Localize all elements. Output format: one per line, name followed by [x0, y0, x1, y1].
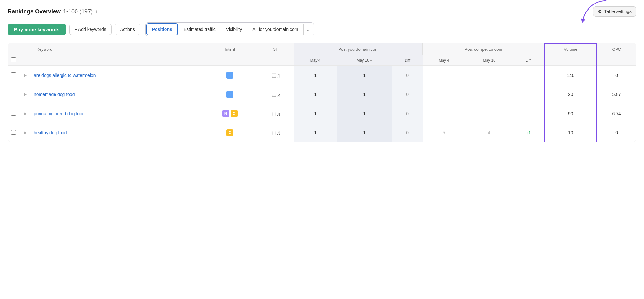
intent-badge: C — [231, 110, 238, 117]
intent-header: Intent — [202, 43, 257, 55]
pos-may10-yourdomain: 1 — [337, 104, 392, 123]
expand-row-button[interactable]: ▶ — [22, 71, 28, 79]
expand-row-button[interactable]: ▶ — [22, 129, 28, 136]
arrow-annotation — [579, 0, 611, 28]
sub-sf — [257, 55, 294, 66]
row-expand-cell[interactable]: ▶ — [19, 85, 31, 104]
pos-yourdomain-header: Pos. yourdomain.com — [294, 43, 423, 55]
sf-number: 5 — [278, 111, 280, 116]
sub-keyword — [31, 55, 202, 66]
tab-all-yourdomain[interactable]: All for yourdomain.com — [247, 24, 304, 35]
pos-may4-yourdomain: 1 — [294, 104, 337, 123]
sub-intent — [202, 55, 257, 66]
expand-row-button[interactable]: ▶ — [22, 91, 28, 98]
pos-may4-yourdomain: 1 — [294, 85, 337, 104]
intent-badge: N — [222, 110, 229, 117]
sub-volume — [544, 55, 597, 66]
keyword-cell: homemade dog food — [31, 85, 202, 104]
cpc-header: CPC — [597, 43, 636, 55]
pos-diff-yourdomain: 0 — [392, 123, 423, 142]
keyword-header: Keyword — [31, 43, 202, 55]
sf-image-icon: ⬚ — [272, 110, 276, 116]
sf-cell: ⬚ 4 — [257, 123, 294, 142]
sf-image-icon: ⬚ — [272, 130, 276, 136]
row-checkbox[interactable] — [11, 111, 16, 116]
row-checkbox-cell[interactable] — [8, 123, 19, 142]
sub-may4-comp: May 4 — [423, 55, 465, 66]
pos-may10-yourdomain: 1 — [337, 123, 392, 142]
table-row: ▶ are dogs allergic to watermelon I ⬚ 4 … — [8, 66, 636, 85]
filter-icon[interactable]: ≡ — [370, 58, 372, 62]
row-expand-cell[interactable]: ▶ — [19, 66, 31, 85]
keyword-link[interactable]: homemade dog food — [34, 92, 75, 97]
select-all-header — [8, 43, 19, 55]
row-checkbox-cell[interactable] — [8, 104, 19, 123]
row-checkbox[interactable] — [11, 92, 16, 96]
row-checkbox-cell[interactable] — [8, 85, 19, 104]
intent-cell: C — [202, 123, 257, 142]
pos-may10-yourdomain: 1 — [337, 85, 392, 104]
keyword-link[interactable]: healthy dog food — [34, 130, 67, 135]
sub-diff-comp: Diff — [513, 55, 544, 66]
comp-diff: — — [513, 104, 544, 123]
sub-may10-yours[interactable]: May 10 ≡ — [337, 55, 392, 66]
comp-diff: — — [513, 66, 544, 85]
sub-select[interactable] — [8, 55, 19, 66]
pos-may10-yourdomain: 1 — [337, 66, 392, 85]
sf-cell: ⬚ 4 — [257, 66, 294, 85]
sub-may4-yours[interactable]: May 4 — [294, 55, 337, 66]
intent-cell: NC — [202, 104, 257, 123]
intent-cell: I — [202, 66, 257, 85]
row-checkbox-cell[interactable] — [8, 66, 19, 85]
comp-may4: — — [423, 66, 465, 85]
sf-header: SF — [257, 43, 294, 55]
comp-may10: — — [465, 104, 513, 123]
actions-button[interactable]: Actions — [115, 24, 140, 35]
comp-may10: 4 — [465, 123, 513, 142]
keyword-cell: purina big breed dog food — [31, 104, 202, 123]
pos-diff-yourdomain: 0 — [392, 66, 423, 85]
tab-visibility[interactable]: Visibility — [221, 24, 247, 35]
intent-cell: I — [202, 85, 257, 104]
volume-value: 90 — [544, 104, 597, 123]
info-icon[interactable]: ℹ — [95, 9, 97, 14]
cpc-value: 0 — [597, 66, 636, 85]
tab-positions[interactable]: Positions — [146, 23, 178, 35]
row-expand-cell[interactable]: ▶ — [19, 123, 31, 142]
select-all-checkbox[interactable] — [11, 57, 16, 62]
pos-diff-yourdomain: 0 — [392, 85, 423, 104]
pos-may4-yourdomain: 1 — [294, 123, 337, 142]
volume-value: 140 — [544, 66, 597, 85]
comp-diff: — — [513, 85, 544, 104]
row-checkbox[interactable] — [11, 130, 16, 135]
row-expand-cell[interactable]: ▶ — [19, 104, 31, 123]
comp-diff: ↑1 — [513, 123, 544, 142]
row-checkbox[interactable] — [11, 72, 16, 77]
comp-may10: — — [465, 85, 513, 104]
tab-more[interactable]: ... — [304, 24, 314, 35]
sf-image-icon: ⬚ — [272, 91, 276, 97]
table-row: ▶ healthy dog food C ⬚ 4 1 1 0 5 4 ↑1 10… — [8, 123, 636, 142]
keyword-cell: healthy dog food — [31, 123, 202, 142]
sub-expand — [19, 55, 31, 66]
sf-image-icon: ⬚ — [272, 72, 276, 78]
intent-badge: I — [226, 72, 233, 79]
tab-estimated-traffic[interactable]: Estimated traffic — [179, 24, 221, 35]
add-keywords-button[interactable]: + Add keywords — [69, 24, 112, 35]
comp-may4: — — [423, 85, 465, 104]
sf-cell: ⬚ 6 — [257, 85, 294, 104]
page-title-bold: Rankings Overview — [8, 8, 61, 15]
pos-diff-yourdomain: 0 — [392, 104, 423, 123]
sf-cell: ⬚ 5 — [257, 104, 294, 123]
buy-keywords-button[interactable]: Buy more keywords — [8, 24, 66, 35]
pos-may4-yourdomain: 1 — [294, 66, 337, 85]
keyword-link[interactable]: are dogs allergic to watermelon — [34, 73, 96, 78]
comp-may4: — — [423, 104, 465, 123]
intent-badge: C — [226, 129, 233, 136]
page-title-range: 1-100 (197) — [63, 8, 93, 15]
keyword-link[interactable]: purina big breed dog food — [34, 111, 85, 116]
cpc-value: 6.74 — [597, 104, 636, 123]
expand-row-button[interactable]: ▶ — [22, 110, 28, 117]
sub-may10-comp: May 10 — [465, 55, 513, 66]
cpc-value: 5.87 — [597, 85, 636, 104]
